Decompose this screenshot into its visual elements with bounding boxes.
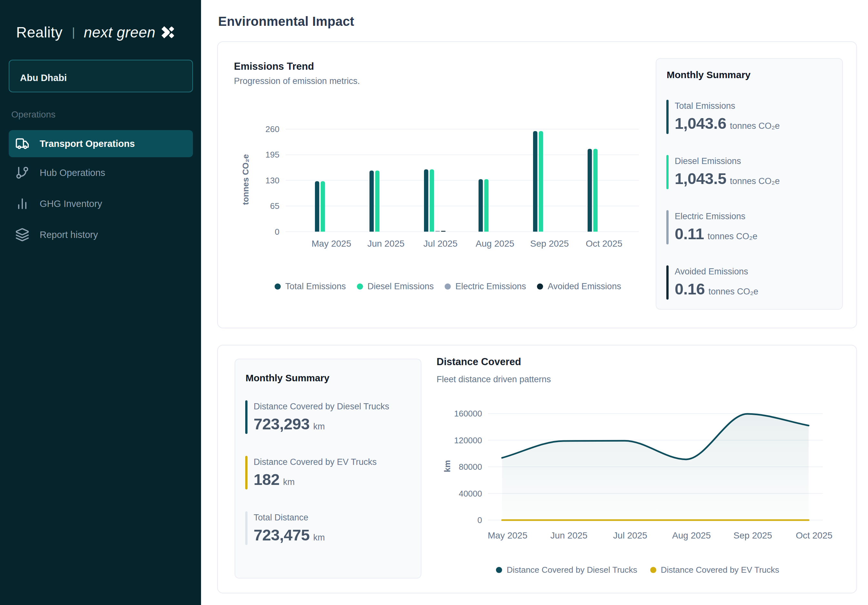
sidebar-item-label: Report history	[40, 230, 98, 240]
emissions-trend-title: Emissions Trend	[234, 61, 314, 72]
sidebar-item-report-history[interactable]: Report history	[9, 221, 193, 248]
region-select[interactable]: Abu Dhabi	[9, 60, 193, 92]
y-tick-label: 160000	[454, 409, 482, 419]
bar	[430, 169, 434, 232]
bar	[441, 231, 445, 231]
summary-title: Monthly Summary	[666, 70, 750, 81]
summary-item-value: 723,475	[254, 526, 310, 544]
y-tick-label: 260	[265, 124, 279, 134]
x-tick-label: Aug 2025	[672, 531, 711, 540]
summary-item-color-bar	[666, 100, 669, 134]
legend-label: Distance Covered by EV Trucks	[661, 565, 779, 575]
bar	[533, 131, 537, 231]
summary-item-diesel-emissions: Diesel Emissions 1,043.5 tonnes CO₂e	[666, 155, 834, 189]
summary-item-total-emissions: Total Emissions 1,043.6 tonnes CO₂e	[666, 100, 834, 134]
bar	[424, 169, 428, 232]
summary-item-value: 723,293	[254, 415, 310, 433]
sidebar-item-hub-operations[interactable]: Hub Operations	[9, 159, 193, 186]
region-select-value: Abu Dhabi	[20, 73, 67, 83]
x-tick-label: May 2025	[312, 239, 351, 248]
summary-item-unit: tonnes CO₂e	[730, 121, 780, 131]
summary-title: Monthly Summary	[246, 372, 329, 383]
nav-section-label: Operations	[11, 109, 56, 120]
summary-item-unit: km	[313, 422, 325, 432]
bar	[539, 131, 543, 231]
sidebar-item-label: GHG Inventory	[40, 199, 102, 209]
brand-product: next green	[84, 23, 155, 41]
legend-item-total-emissions: Total Emissions	[274, 282, 346, 292]
bar	[369, 171, 374, 231]
summary-item-label: Total Emissions	[675, 101, 780, 112]
summary-item-label: Distance Covered by Diesel Trucks	[254, 401, 389, 412]
x-tick-label: Jul 2025	[613, 531, 647, 540]
legend-item-electric-emissions: Electric Emissions	[445, 282, 526, 292]
emissions-monthly-summary-panel: Monthly Summary Total Emissions 1,043.6 …	[656, 58, 843, 310]
y-axis-title: tonnes CO₂e	[241, 154, 250, 205]
legend-dot	[357, 284, 363, 290]
x-tick-label: Jul 2025	[423, 239, 457, 248]
summary-item-color-bar	[666, 210, 669, 244]
summary-item-color-bar	[666, 155, 669, 189]
sidebar-item-label: Transport Operations	[40, 138, 135, 149]
y-tick-label: 0	[477, 515, 482, 525]
x-tick-label: May 2025	[488, 531, 528, 540]
summary-item-value: 182	[254, 470, 279, 489]
summary-item-value: 1,043.6	[675, 114, 726, 132]
distance-covered-title: Distance Covered	[437, 356, 521, 368]
summary-item-label: Electric Emissions	[675, 211, 757, 222]
legend-label: Avoided Emissions	[547, 282, 621, 292]
legend-label: Diesel Emissions	[367, 282, 434, 292]
sidebar: Reality | next green Abu Dhabi Operation…	[0, 0, 201, 605]
x-tick-label: Sep 2025	[733, 531, 772, 540]
summary-item-value: 1,043.5	[675, 169, 726, 188]
layers-icon	[15, 228, 29, 242]
legend-dot	[274, 284, 281, 290]
x-tick-label: Jun 2025	[367, 239, 404, 248]
emissions-trend-chart: 065130195260tonnes CO₂eMay 2025Jun 2025J…	[218, 107, 654, 258]
bar	[375, 171, 380, 231]
brand-name: Reality	[16, 23, 63, 41]
distance-covered-chart: 04000080000120000160000kmMay 2025Jun 202…	[423, 400, 857, 547]
legend-dot	[496, 567, 502, 573]
brand-divider: |	[72, 25, 75, 39]
bar	[435, 231, 440, 231]
summary-item-value: 0.11	[675, 225, 704, 243]
y-tick-label: 120000	[454, 436, 482, 445]
sidebar-item-transport-operations[interactable]: Transport Operations	[9, 130, 193, 157]
bar	[321, 181, 325, 231]
summary-item-unit: tonnes CO₂e	[708, 231, 758, 242]
summary-item-color-bar	[666, 265, 669, 299]
bar	[594, 149, 598, 231]
legend-item-diesel-emissions: Diesel Emissions	[357, 282, 434, 292]
bar-chart-icon	[15, 197, 29, 211]
brand-logo: Reality | next green	[16, 23, 174, 41]
sidebar-item-label: Hub Operations	[40, 168, 105, 178]
emissions-chart-legend: Total Emissions Diesel Emissions Electri…	[230, 282, 666, 292]
legend-item-avoided-emissions: Avoided Emissions	[537, 282, 621, 292]
y-tick-label: 195	[265, 150, 279, 160]
sidebar-item-ghg-inventory[interactable]: GHG Inventory	[9, 190, 193, 217]
summary-item-color-bar	[245, 400, 248, 434]
summary-item-unit: tonnes CO₂e	[730, 176, 780, 186]
legend-item-ev-distance: Distance Covered by EV Trucks	[650, 565, 779, 575]
summary-item-label: Total Distance	[254, 512, 325, 523]
y-tick-label: 65	[270, 201, 279, 211]
x-tick-label: Oct 2025	[586, 239, 622, 248]
legend-label: Distance Covered by Diesel Trucks	[507, 565, 637, 575]
x-tick-label: Sep 2025	[530, 239, 569, 248]
truck-icon	[15, 137, 29, 151]
bar	[484, 179, 488, 231]
summary-item-total-distance: Total Distance 723,475 km	[245, 511, 413, 545]
y-tick-label: 80000	[459, 462, 482, 472]
y-axis-title: km	[442, 460, 452, 472]
emissions-trend-subtitle: Progression of emission metrics.	[234, 76, 360, 86]
distance-chart-legend: Distance Covered by Diesel Trucks Distan…	[422, 565, 853, 575]
legend-dot	[445, 284, 451, 290]
legend-dot	[537, 284, 543, 290]
legend-label: Electric Emissions	[455, 282, 526, 292]
summary-item-avoided-emissions: Avoided Emissions 0.16 tonnes CO₂e	[666, 265, 834, 299]
legend-label: Total Emissions	[285, 282, 346, 292]
summary-item-unit: km	[283, 477, 294, 487]
x-tick-label: Jun 2025	[550, 531, 587, 540]
bar	[479, 179, 483, 231]
